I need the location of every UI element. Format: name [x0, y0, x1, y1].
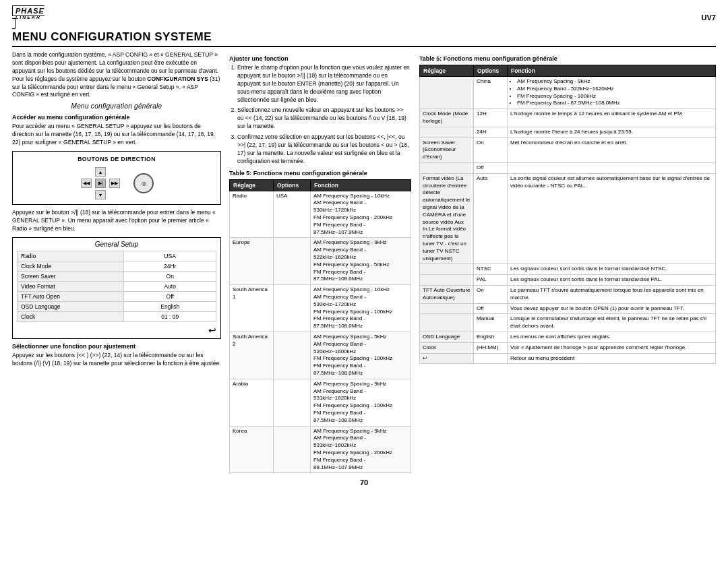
setup-value: 24Hr [124, 261, 216, 271]
right-cell-reglage: Clock Mode (Mode horloge) [420, 109, 474, 127]
cell-fonction: AM Frequency Spacing - 9kHzAM Frequency … [311, 426, 411, 473]
right-cell-options: English [474, 332, 508, 342]
right-cell-options: 24H [474, 127, 508, 137]
dpad-right-btn[interactable]: ▶▶ [109, 179, 120, 188]
right-cell-options: NTSC [474, 264, 508, 275]
direction-box-title: BOUTONS DE DIRECTION [18, 156, 215, 162]
cell-options [274, 426, 311, 473]
right-cell-reglage: TFT Auto Ouverture Automatique) [420, 285, 474, 303]
table-row: Korea AM Frequency Spacing - 9kHzAM Freq… [230, 426, 411, 473]
right-col-reglage: Réglage [420, 65, 474, 77]
right-cell-reglage [420, 303, 474, 314]
subsection1-title: Accéder au menu configuration générale [12, 114, 221, 121]
right-cell-options: China [474, 77, 508, 109]
dpad-left: ▲ ◀◀ ▶| ▶▶ ▼ [80, 166, 121, 200]
general-setup-title: General Setup [17, 241, 216, 248]
right-cell-options: (HH:MM) [474, 342, 508, 353]
setup-row: Screen SaverOn [18, 271, 216, 281]
right-col-fonction: Fonction [508, 65, 716, 77]
dpad-left-btn[interactable]: ◀◀ [81, 179, 92, 188]
right-cell-options: On [474, 137, 508, 162]
content-area: Dans la mode configuration système, « AS… [12, 51, 716, 473]
right-cell-fonction: L'horloge montre le temps à 12 heures en… [508, 109, 716, 127]
right-cell-fonction: Met l'économiseur d'écran en marche et e… [508, 137, 716, 162]
middle-column: Ajuster une fonction Entrer le champ d'o… [229, 51, 411, 473]
dpad-play-pause[interactable]: ▶| [95, 179, 106, 188]
cell-fonction: AM Frequency Spacing - 10kHzAM Frequency… [311, 285, 411, 332]
right-cell-fonction: Les menus ne sont affichés qu'en anglais… [508, 332, 716, 342]
cell-reglage: South America 1 [230, 285, 274, 332]
col-reglage: Réglage [230, 179, 274, 191]
setup-row: Clock01 : 09 [18, 311, 216, 321]
right-cell-fonction: La sortie signal couleur est allumée aut… [508, 173, 716, 264]
right-config-table: Réglage Options Fonction China AM Freque… [419, 65, 716, 364]
cell-fonction: AM Frequency Spacing - 9kHzAM Frequency … [311, 379, 411, 426]
setup-row: OSD LanguageEnglish [18, 301, 216, 311]
right-table-title: Table 5: Fonctions menu configuration gé… [419, 55, 716, 62]
section-title-general: Menu configuration générale [12, 102, 221, 110]
table-row: Arabia AM Frequency Spacing - 9kHzAM Fre… [230, 379, 411, 426]
right-cell-fonction: Lorsque le commutateur d'allumage est ét… [508, 314, 716, 332]
direction-box: BOUTONS DE DIRECTION ▲ ◀◀ ▶| ▶▶ ▼ ◎ [12, 151, 221, 205]
col-fonction: Fonction [311, 179, 411, 191]
setup-value: Auto [124, 281, 216, 291]
middle-text: Appuyez sur le bouton >/|| (18) sur la t… [12, 209, 221, 233]
right-cell-reglage [420, 127, 474, 137]
back-button-icon[interactable]: ↩ [17, 325, 216, 336]
cell-fonction: AM Frequency Spacing - 5kHzAM Frequency … [311, 332, 411, 379]
right-cell-fonction: Les signaux couleur sont sortis dans le … [508, 264, 716, 275]
right-cell-fonction: Le panneau TFT s'ouvre automatiquement l… [508, 285, 716, 303]
right-column: Table 5: Fonctions menu configuration gé… [419, 51, 716, 473]
col-options: Options [274, 179, 311, 191]
setup-label: OSD Language [18, 301, 124, 311]
right-cell-fonction [508, 162, 716, 173]
table-row: Screen Saver (Economiseur d'écran) On Me… [420, 137, 716, 162]
ajuster-title: Ajuster une fonction [229, 55, 411, 62]
right-cell-reglage [420, 264, 474, 275]
right-cell-reglage: OSD Language [420, 332, 474, 342]
right-cell-options: Off [474, 303, 508, 314]
direction-buttons: ▲ ◀◀ ▶| ▶▶ ▼ ◎ [18, 166, 215, 200]
setup-row: Clock Mode24Hr [18, 261, 216, 271]
step-item: Entrer le champ d'option pour la fonctio… [237, 64, 411, 104]
cell-reglage: Radio [230, 191, 274, 238]
right-cell-options: On [474, 285, 508, 303]
right-cell-options: PAL [474, 275, 508, 286]
right-cell-options: Auto [474, 173, 508, 264]
logo-sub: LINEAR [12, 15, 44, 20]
cell-reglage: South America 2 [230, 332, 274, 379]
general-setup-box: General Setup RadioUSAClock Mode24HrScre… [12, 237, 221, 339]
cell-fonction: AM Frequency Spacing - 9kHzAM Frequency … [311, 238, 411, 285]
subsection2-title: Sélectionner une fonction pour ajustemen… [12, 343, 221, 350]
cell-options [274, 332, 311, 379]
right-cell-reglage [420, 77, 474, 109]
right-cell-options [474, 353, 508, 364]
setup-value: On [124, 271, 216, 281]
table-row: OSD Language English Les menus ne sont a… [420, 332, 716, 342]
dpad-up[interactable]: ▲ [95, 167, 106, 177]
table-row: 24H L'horloge montre l'heure à 24 heures… [420, 127, 716, 137]
right-col-options: Options [474, 65, 508, 77]
logo: PHASELINEAR [12, 7, 44, 28]
setup-label: Radio [18, 251, 124, 261]
cell-fonction: AM Frequency Spacing - 10kHzAM Frequency… [311, 191, 411, 238]
table-row: South America 2 AM Frequency Spacing - 5… [230, 332, 411, 379]
table-row: South America 1 AM Frequency Spacing - 1… [230, 285, 411, 332]
table-row: Clock Mode (Mode horloge) 12H L'horloge … [420, 109, 716, 127]
cell-reglage: Korea [230, 426, 274, 473]
cell-options [274, 238, 311, 285]
right-cell-reglage: ↩ [420, 353, 474, 364]
right-cell-fonction: Les signaux couleur sont sortis dans le … [508, 275, 716, 286]
dpad-down[interactable]: ▼ [95, 190, 106, 199]
circle-button[interactable]: ◎ [133, 173, 154, 193]
table-row: ↩ Retour au menu précédent [420, 353, 716, 364]
table-row: Clock (HH:MM) Voir « Ajustement de l'hor… [420, 342, 716, 353]
cell-reglage: Arabia [230, 379, 274, 426]
right-cell-reglage: Clock [420, 342, 474, 353]
right-cell-fonction: Voir « Ajustement de l'horloge » pour ap… [508, 342, 716, 353]
setup-row: Video FormatAuto [18, 281, 216, 291]
setup-row: TFT Auto OpenOff [18, 291, 216, 301]
table-row: PAL Les signaux couleur sont sortis dans… [420, 275, 716, 286]
right-cell-fonction: Vous devez appuyer sur le bouton OPEN (1… [508, 303, 716, 314]
right-cell-reglage: Screen Saver (Economiseur d'écran) [420, 137, 474, 162]
